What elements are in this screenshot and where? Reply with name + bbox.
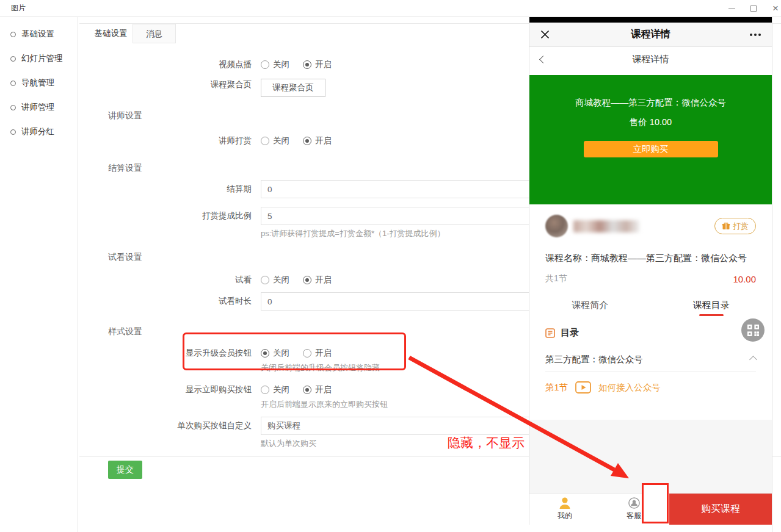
tab-course-catalog[interactable]: 课程目录 bbox=[651, 293, 772, 317]
submit-button[interactable]: 提交 bbox=[108, 461, 142, 479]
catalog-header-row: 目录 bbox=[545, 327, 756, 339]
circle-icon bbox=[10, 81, 16, 86]
field-label: 试看时长 bbox=[89, 292, 261, 311]
radio-checked-icon bbox=[303, 60, 311, 69]
radio-on[interactable]: 开启 bbox=[303, 348, 332, 359]
phone-bottom-bar: 我的 客服 购买课程 bbox=[529, 493, 772, 525]
radio-off[interactable]: 关闭 bbox=[261, 275, 289, 286]
headset-icon bbox=[628, 497, 641, 509]
radio-off[interactable]: 关闭 bbox=[261, 348, 289, 359]
circle-icon bbox=[10, 32, 16, 37]
field-label: 讲师打赏 bbox=[89, 135, 261, 147]
field-label: 结算期 bbox=[89, 180, 261, 198]
radio-on[interactable]: 开启 bbox=[303, 135, 332, 146]
chapter-row[interactable]: 第三方配置：微信公众号 bbox=[545, 348, 756, 372]
radio-on[interactable]: 开启 bbox=[303, 59, 332, 70]
radio-checked-icon bbox=[261, 349, 269, 358]
course-banner: 商城教程——第三方配置：微信公众号 售价 10.00 立即购买 bbox=[529, 75, 772, 204]
tabbar-item-mine[interactable]: 我的 bbox=[545, 497, 584, 521]
course-name: 课程名称：商城教程——第三方配置：微信公众号 bbox=[545, 253, 756, 264]
window-controls: × bbox=[727, 0, 780, 17]
sidebar-item-label: 幻灯片管理 bbox=[21, 53, 63, 64]
right-edge-divider bbox=[772, 17, 772, 532]
sidebar-item-label: 导航管理 bbox=[21, 77, 54, 88]
app-window: 图片 × 基础设置 幻灯片管理 导航管理 讲师管理 讲师分红 bbox=[0, 0, 781, 532]
field-label: 单次购买按钮自定义 bbox=[89, 417, 261, 435]
phone-preview: 课程详情 课程详情 商城教程——第三方配置：微信公众号 售价 10.00 立即购… bbox=[529, 17, 772, 525]
field-label: 打赏提成比例 bbox=[89, 207, 261, 225]
banner-price: 售价 10.00 bbox=[630, 117, 672, 128]
field-label: 课程聚合页 bbox=[89, 79, 261, 91]
phone-status-bar bbox=[529, 17, 772, 23]
course-card: 打赏 课程名称：商城教程——第三方配置：微信公众号 共1节 10.00 bbox=[529, 212, 772, 284]
aggregate-page-button[interactable]: 课程聚合页 bbox=[261, 79, 325, 97]
radio-checked-icon bbox=[303, 137, 311, 145]
radio-icon bbox=[261, 276, 269, 284]
radio-off[interactable]: 关闭 bbox=[261, 384, 289, 395]
document-icon bbox=[545, 328, 555, 338]
banner-course-title: 商城教程——第三方配置：微信公众号 bbox=[575, 97, 726, 109]
course-meta-row: 共1节 10.00 bbox=[545, 273, 756, 284]
maximize-icon[interactable] bbox=[749, 4, 758, 13]
catalog-section: 目录 第三方配置：微信公众号 第1节 如何接入公众号 bbox=[529, 327, 772, 394]
radio-on[interactable]: 开启 bbox=[303, 384, 332, 395]
field-label: 显示立即购买按钮 bbox=[89, 384, 261, 396]
lesson-title: 如何接入公众号 bbox=[598, 382, 661, 394]
user-icon bbox=[558, 497, 572, 509]
phone-nav-title: 课程详情 bbox=[529, 28, 772, 41]
author-row: 打赏 bbox=[545, 212, 756, 240]
sidebar-item-lecturer[interactable]: 讲师管理 bbox=[0, 95, 77, 120]
buy-now-button[interactable]: 立即购买 bbox=[584, 141, 718, 157]
close-icon[interactable] bbox=[540, 30, 550, 39]
course-tabs: 课程简介 课程目录 bbox=[529, 293, 772, 317]
radio-icon bbox=[261, 137, 269, 145]
field-label: 视频点播 bbox=[89, 59, 261, 71]
course-price: 10.00 bbox=[733, 274, 756, 284]
more-icon[interactable] bbox=[750, 34, 761, 36]
play-icon bbox=[575, 381, 591, 394]
sidebar-item-basic-settings[interactable]: 基础设置 bbox=[0, 22, 77, 46]
tabbar-item-service[interactable]: 客服 bbox=[614, 497, 653, 521]
close-icon[interactable]: × bbox=[771, 4, 780, 13]
radio-checked-icon bbox=[303, 386, 311, 394]
qr-code-icon[interactable] bbox=[741, 318, 765, 342]
lesson-count: 共1节 bbox=[545, 273, 567, 284]
circle-icon bbox=[10, 129, 16, 135]
sidebar-item-navigation[interactable]: 导航管理 bbox=[0, 71, 77, 95]
circle-icon bbox=[10, 105, 16, 110]
phone-page-title: 课程详情 bbox=[529, 54, 772, 65]
circle-icon bbox=[10, 56, 16, 62]
chevron-up-icon[interactable] bbox=[749, 356, 757, 364]
sidebar-item-label: 讲师分红 bbox=[21, 126, 54, 137]
window-title: 图片 bbox=[11, 3, 26, 13]
sidebar-item-lecturer-dividend[interactable]: 讲师分红 bbox=[0, 120, 77, 144]
lesson-row[interactable]: 第1节 如何接入公众号 bbox=[545, 381, 756, 394]
minimize-icon[interactable] bbox=[727, 4, 736, 13]
reward-button[interactable]: 打赏 bbox=[714, 218, 756, 234]
buy-course-button[interactable]: 购买课程 bbox=[669, 494, 772, 525]
phone-nav-bar: 课程详情 bbox=[529, 23, 772, 47]
radio-icon bbox=[261, 386, 269, 394]
field-label: 显示升级会员按钮 bbox=[89, 347, 261, 359]
chapter-title: 第三方配置：微信公众号 bbox=[545, 354, 643, 365]
tab-messages[interactable]: 消息 bbox=[133, 24, 176, 43]
phone-gray-filler bbox=[529, 420, 772, 493]
radio-off[interactable]: 关闭 bbox=[261, 59, 289, 70]
radio-checked-icon bbox=[303, 276, 311, 284]
sidebar-item-slideshow[interactable]: 幻灯片管理 bbox=[0, 46, 77, 71]
field-label: 试看 bbox=[89, 274, 261, 286]
sidebar-item-label: 基础设置 bbox=[21, 29, 54, 40]
radio-icon bbox=[261, 60, 269, 69]
radio-off[interactable]: 关闭 bbox=[261, 135, 289, 146]
title-bar: 图片 × bbox=[0, 0, 781, 17]
tab-course-intro[interactable]: 课程简介 bbox=[529, 293, 651, 317]
gift-icon bbox=[722, 222, 730, 230]
sidebar-item-label: 讲师管理 bbox=[21, 102, 54, 113]
tab-basic-settings[interactable]: 基础设置 bbox=[89, 24, 133, 43]
catalog-title: 目录 bbox=[561, 327, 579, 339]
sidebar: 基础设置 幻灯片管理 导航管理 讲师管理 讲师分红 bbox=[0, 17, 78, 532]
radio-icon bbox=[303, 349, 311, 358]
avatar bbox=[545, 215, 568, 237]
radio-on[interactable]: 开启 bbox=[303, 275, 332, 286]
phone-sub-header: 课程详情 bbox=[529, 47, 772, 71]
